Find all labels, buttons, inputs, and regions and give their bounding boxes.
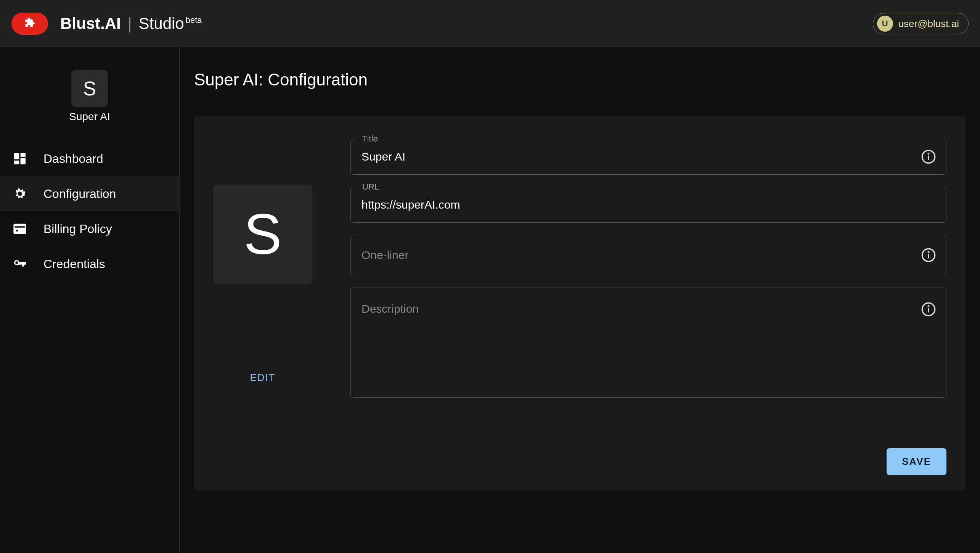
sidebar-item-label: Credentials: [43, 257, 105, 271]
save-button[interactable]: SAVE: [887, 448, 946, 475]
sidebar-item-label: Billing Policy: [43, 222, 112, 236]
project-avatar: S: [71, 70, 108, 107]
oneliner-input[interactable]: [361, 248, 938, 262]
brand-beta: beta: [186, 15, 202, 25]
main-content: Super AI: Configuration S EDIT Title: [180, 47, 980, 553]
title-field-group: Title: [350, 139, 946, 175]
brand-main: Blust.AI: [60, 14, 121, 33]
sidebar-item-label: Dashboard: [43, 152, 103, 166]
brand-title: Blust.AI | Studio beta: [60, 14, 202, 33]
brand-studio: Studio: [139, 14, 184, 33]
dashboard-icon: [11, 150, 28, 167]
config-avatar: S: [213, 185, 312, 284]
url-input[interactable]: [361, 198, 938, 212]
user-email: user@blust.ai: [898, 18, 959, 30]
svg-point-5: [928, 252, 929, 252]
sidebar-item-billing[interactable]: Billing Policy: [0, 211, 179, 246]
gear-icon: [11, 185, 28, 202]
sidebar-item-configuration[interactable]: Configuration: [0, 176, 179, 211]
description-field-group: [350, 288, 946, 398]
edit-avatar-button[interactable]: EDIT: [247, 371, 278, 384]
sidebar-item-label: Configuration: [43, 187, 116, 201]
header-left: Blust.AI | Studio beta: [11, 13, 202, 35]
project-name: Super AI: [0, 111, 179, 123]
info-icon[interactable]: [921, 149, 936, 164]
sidebar-item-dashboard[interactable]: Dashboard: [0, 141, 179, 176]
key-icon: [11, 256, 28, 272]
billing-icon: [11, 220, 28, 237]
config-card: S EDIT Title URL: [194, 116, 966, 490]
svg-point-2: [928, 153, 929, 154]
url-label: URL: [358, 182, 383, 192]
app-header: Blust.AI | Studio beta U user@blust.ai: [0, 0, 980, 47]
sidebar: S Super AI Dashboard Configuration Billi…: [0, 47, 180, 553]
title-input[interactable]: [361, 150, 938, 164]
info-icon[interactable]: [921, 302, 936, 317]
sidebar-project: S Super AI: [0, 70, 179, 123]
page-title: Super AI: Configuration: [194, 70, 966, 89]
description-input[interactable]: [361, 301, 938, 387]
oneliner-field-group: [350, 235, 946, 275]
user-avatar: U: [877, 16, 893, 32]
puzzle-icon: [24, 17, 35, 31]
app-logo[interactable]: [11, 13, 48, 35]
brand-separator: |: [128, 14, 132, 33]
title-label: Title: [358, 134, 382, 144]
sidebar-item-credentials[interactable]: Credentials: [0, 246, 179, 281]
info-icon[interactable]: [921, 248, 936, 263]
user-menu[interactable]: U user@blust.ai: [873, 13, 969, 34]
svg-point-8: [928, 306, 929, 307]
url-field-group: URL: [350, 187, 946, 223]
